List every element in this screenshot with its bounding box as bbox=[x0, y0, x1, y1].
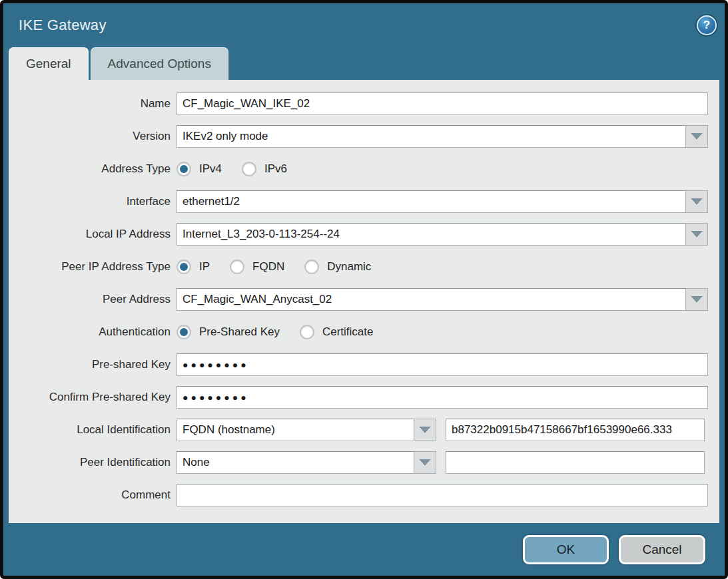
certificate-radio-label: Certificate bbox=[322, 325, 374, 339]
interface-dropdown[interactable]: ethernet1/2 bbox=[177, 190, 708, 213]
local-identification-dropdown-button[interactable] bbox=[414, 419, 436, 441]
name-input[interactable] bbox=[177, 93, 708, 115]
ip-radio[interactable] bbox=[177, 260, 191, 274]
local-identification-type-value[interactable]: FQDN (hostname) bbox=[177, 419, 414, 441]
peer-address-dropdown-value[interactable]: CF_Magic_WAN_Anycast_02 bbox=[177, 288, 685, 311]
peer-identification-type-dropdown[interactable]: None bbox=[177, 451, 436, 474]
interface-row: Interface ethernet1/2 bbox=[9, 190, 708, 213]
peer-address-dropdown-button[interactable] bbox=[685, 288, 708, 311]
confirm-pre-shared-key-row: Confirm Pre-shared Key bbox=[9, 386, 708, 409]
certificate-radio[interactable] bbox=[300, 325, 314, 339]
local-ip-address-dropdown-button[interactable] bbox=[685, 223, 708, 246]
dynamic-radio[interactable] bbox=[304, 260, 319, 274]
chevron-down-icon bbox=[691, 296, 703, 303]
peer-address-row: Peer Address CF_Magic_WAN_Anycast_02 bbox=[9, 288, 708, 311]
comment-input[interactable] bbox=[177, 484, 708, 506]
confirm-pre-shared-key-input[interactable] bbox=[177, 386, 708, 409]
ipv6-radio-option[interactable]: IPv6 bbox=[242, 162, 287, 176]
chevron-down-icon bbox=[691, 198, 703, 205]
confirm-pre-shared-key-label: Confirm Pre-shared Key bbox=[9, 391, 177, 404]
local-ip-address-label: Local IP Address bbox=[9, 228, 177, 241]
authentication-radio-group: Pre-Shared Key Certificate bbox=[177, 321, 708, 343]
chevron-down-icon bbox=[691, 231, 703, 238]
ike-gateway-dialog: IKE Gateway ? General Advanced Options N… bbox=[0, 0, 728, 579]
peer-ip-address-type-row: Peer IP Address Type IP FQDN Dynamic bbox=[9, 256, 708, 278]
local-identification-value-input[interactable] bbox=[446, 419, 705, 441]
version-row: Version IKEv2 only mode bbox=[9, 125, 708, 148]
version-dropdown-value[interactable]: IKEv2 only mode bbox=[177, 125, 685, 148]
pre-shared-key-row: Pre-shared Key bbox=[9, 353, 708, 376]
address-type-label: Address Type bbox=[9, 162, 177, 176]
dialog-footer: OK Cancel bbox=[3, 523, 725, 576]
local-ip-address-dropdown-value[interactable]: Internet_L3_203-0-113-254--24 bbox=[177, 223, 685, 246]
pre-shared-key-label: Pre-shared Key bbox=[9, 358, 177, 371]
dynamic-radio-label: Dynamic bbox=[327, 260, 371, 274]
authentication-label: Authentication bbox=[9, 325, 177, 339]
chevron-down-icon bbox=[691, 133, 703, 140]
local-identification-label: Local Identification bbox=[9, 423, 177, 437]
ipv6-radio-label: IPv6 bbox=[264, 162, 287, 176]
ipv6-radio[interactable] bbox=[242, 162, 256, 176]
ok-button[interactable]: OK bbox=[523, 535, 609, 564]
interface-dropdown-button[interactable] bbox=[685, 190, 708, 213]
help-icon[interactable]: ? bbox=[697, 15, 717, 35]
name-label: Name bbox=[9, 97, 177, 110]
peer-identification-type-value[interactable]: None bbox=[177, 451, 414, 474]
local-identification-type-dropdown[interactable]: FQDN (hostname) bbox=[177, 419, 436, 441]
version-label: Version bbox=[9, 130, 177, 143]
dialog-title: IKE Gateway bbox=[19, 17, 107, 34]
tab-general[interactable]: General bbox=[9, 47, 89, 80]
local-ip-address-dropdown[interactable]: Internet_L3_203-0-113-254--24 bbox=[177, 223, 708, 246]
pre-shared-key-radio[interactable] bbox=[177, 325, 191, 339]
peer-address-label: Peer Address bbox=[9, 293, 177, 306]
ipv4-radio-option[interactable]: IPv4 bbox=[177, 162, 222, 176]
pre-shared-key-input[interactable] bbox=[177, 353, 708, 376]
pre-shared-key-radio-option[interactable]: Pre-Shared Key bbox=[177, 325, 280, 339]
peer-identification-value-input[interactable] bbox=[446, 451, 705, 474]
comment-label: Comment bbox=[9, 488, 177, 502]
ipv4-radio-label: IPv4 bbox=[199, 162, 222, 176]
peer-identification-dropdown-button[interactable] bbox=[414, 451, 436, 474]
tab-general-label: General bbox=[26, 57, 71, 71]
name-row: Name bbox=[9, 93, 708, 115]
peer-ip-address-type-label: Peer IP Address Type bbox=[9, 260, 177, 274]
interface-dropdown-value[interactable]: ethernet1/2 bbox=[177, 190, 685, 213]
tab-bar: General Advanced Options bbox=[3, 47, 725, 80]
ip-radio-option[interactable]: IP bbox=[177, 260, 210, 274]
authentication-row: Authentication Pre-Shared Key Certificat… bbox=[9, 321, 708, 343]
tab-advanced-options[interactable]: Advanced Options bbox=[91, 47, 228, 80]
version-dropdown-button[interactable] bbox=[685, 125, 708, 148]
interface-label: Interface bbox=[9, 195, 177, 208]
address-type-radio-group: IPv4 IPv6 bbox=[177, 158, 708, 180]
peer-identification-label: Peer Identification bbox=[9, 456, 177, 469]
comment-row: Comment bbox=[9, 484, 708, 506]
fqdn-radio-option[interactable]: FQDN bbox=[230, 260, 284, 274]
tab-advanced-options-label: Advanced Options bbox=[108, 57, 211, 71]
pre-shared-key-radio-label: Pre-Shared Key bbox=[199, 325, 280, 339]
ipv4-radio[interactable] bbox=[177, 162, 191, 176]
general-tab-panel: Name Version IKEv2 only mode Address Typ… bbox=[9, 80, 719, 523]
address-type-row: Address Type IPv4 IPv6 bbox=[9, 158, 708, 180]
chevron-down-icon bbox=[419, 427, 431, 433]
peer-address-dropdown[interactable]: CF_Magic_WAN_Anycast_02 bbox=[177, 288, 708, 311]
cancel-button[interactable]: Cancel bbox=[619, 535, 705, 564]
peer-ip-address-type-radio-group: IP FQDN Dynamic bbox=[177, 256, 708, 278]
ip-radio-label: IP bbox=[199, 260, 210, 274]
local-identification-row: Local Identification FQDN (hostname) bbox=[9, 419, 708, 441]
dialog-titlebar: IKE Gateway ? bbox=[3, 3, 725, 47]
dynamic-radio-option[interactable]: Dynamic bbox=[304, 260, 371, 274]
fqdn-radio-label: FQDN bbox=[252, 260, 284, 274]
fqdn-radio[interactable] bbox=[230, 260, 244, 274]
version-dropdown[interactable]: IKEv2 only mode bbox=[177, 125, 708, 148]
certificate-radio-option[interactable]: Certificate bbox=[300, 325, 374, 339]
chevron-down-icon bbox=[419, 459, 431, 466]
local-ip-address-row: Local IP Address Internet_L3_203-0-113-2… bbox=[9, 223, 708, 246]
peer-identification-row: Peer Identification None bbox=[9, 451, 708, 474]
